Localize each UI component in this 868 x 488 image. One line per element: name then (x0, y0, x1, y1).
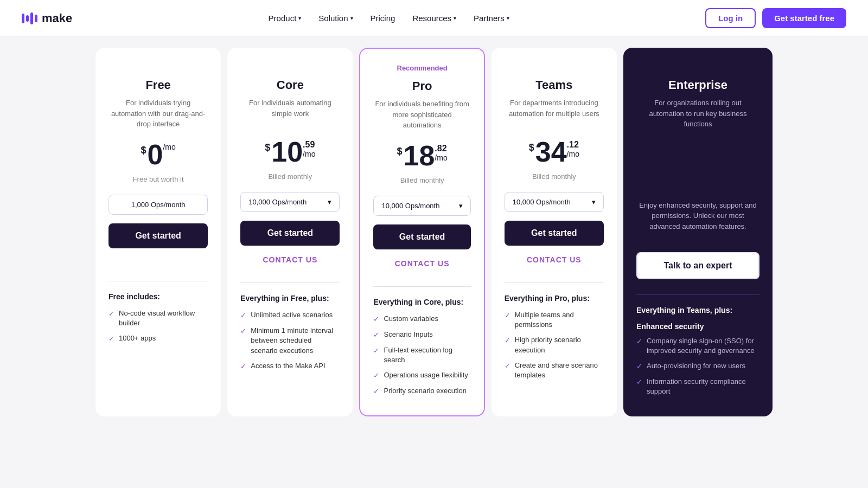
chevron-down-icon: ▾ (328, 198, 331, 206)
features-title: Everything in Teams, plus: (636, 306, 760, 314)
divider (240, 282, 340, 283)
divider (505, 282, 604, 283)
feature-item: ✓ Multiple teams and permissions (505, 310, 604, 330)
feature-text: Scenario Inputs (384, 330, 432, 339)
logo-text: make (42, 11, 72, 25)
plan-desc: For individuals trying automation with o… (108, 98, 208, 130)
ops-selector[interactable]: 10,000 Ops/month ▾ (373, 196, 470, 216)
nav-item-solution[interactable]: Solution ▾ (318, 14, 353, 23)
plan-desc: For organizations rolling out automation… (636, 98, 760, 130)
feature-text: High priority scenario execution (515, 335, 604, 355)
feature-text: Company single sign-on (SSO) for improve… (647, 336, 760, 356)
plan-card-enterprise: Enterprise For organizations rolling out… (623, 48, 773, 416)
check-icon: ✓ (373, 371, 379, 381)
divider (373, 286, 470, 287)
feature-item: ✓ 1000+ apps (108, 333, 208, 344)
price-note: Billed monthly (240, 172, 340, 183)
get-started-button[interactable]: Get started (240, 221, 340, 246)
talk-to-expert-button[interactable]: Talk to an expert (636, 252, 760, 279)
feature-text: Full-text execution log search (384, 345, 470, 365)
ops-label: 10,000 Ops/month (381, 202, 439, 210)
feature-item: ✓ Unlimited active scenarios (240, 310, 340, 320)
features-title: Everything in Core, plus: (373, 298, 470, 306)
feature-text: Create and share scenario templates (515, 361, 604, 380)
get-started-button[interactable]: Get started (108, 223, 208, 248)
get-started-button[interactable]: Get started (373, 224, 470, 249)
recommended-badge (108, 63, 208, 74)
features-title: Everything in Pro, plus: (505, 294, 604, 303)
chevron-down-icon: ▾ (350, 15, 353, 21)
feature-item: ✓ Scenario Inputs (373, 330, 470, 340)
feature-text: Auto-provisioning for new users (647, 361, 745, 371)
nav-item-resources[interactable]: Resources ▾ (412, 14, 456, 23)
feature-group-title: Enhanced security (636, 322, 760, 331)
price-decimal-mo: .12 /mo (567, 140, 579, 158)
plan-card-core: Core For individuals automating simple w… (227, 48, 353, 416)
price-row: $ 18 .82 /mo (373, 142, 470, 174)
contact-us-button[interactable]: CONTACT US (505, 252, 604, 267)
feature-item: ✓ No-code visual workflow builder (108, 309, 208, 328)
check-icon: ✓ (240, 362, 246, 371)
plan-card-free: Free For individuals trying automation w… (95, 48, 221, 416)
plan-name: Enterprise (636, 78, 760, 92)
price-note: Billed monthly (373, 176, 470, 187)
ops-selector[interactable]: 10,000 Ops/month ▾ (240, 192, 340, 212)
feature-text: Unlimited active scenarios (251, 310, 333, 320)
recommended-badge (636, 63, 760, 74)
feature-item: ✓ Full-text execution log search (373, 345, 470, 365)
feature-text: Custom variables (384, 314, 438, 324)
divider (636, 294, 760, 295)
contact-us-button[interactable]: CONTACT US (373, 256, 470, 271)
nav-actions: Log in Get started free (705, 8, 846, 28)
feature-item: ✓ Custom variables (373, 314, 470, 324)
contact-us-button[interactable]: CONTACT US (240, 252, 340, 267)
get-started-button[interactable]: Get started (505, 221, 604, 246)
recommended-badge (240, 63, 340, 74)
price-mo: /mo (567, 150, 579, 158)
feature-item: ✓ Create and share scenario templates (505, 361, 604, 380)
price-main: 18 (404, 142, 435, 170)
chevron-down-icon: ▾ (454, 15, 456, 21)
price-decimal-mo: .82 /mo (435, 144, 447, 162)
nav-item-partners[interactable]: Partners ▾ (474, 14, 509, 23)
feature-item: ✓ High priority scenario execution (505, 335, 604, 355)
ops-selector: 1,000 Ops/month (108, 195, 208, 215)
price-row: $ 10 .59 /mo (240, 138, 340, 170)
features-section: Everything in Core, plus: ✓ Custom varia… (373, 298, 470, 402)
logo[interactable]: make (22, 11, 72, 25)
nav-item-product[interactable]: Product ▾ (269, 14, 302, 23)
pricing-grid: Free For individuals trying automation w… (92, 48, 776, 416)
check-icon: ✓ (373, 314, 379, 324)
check-icon: ✓ (636, 362, 642, 371)
check-icon: ✓ (108, 309, 114, 319)
price-note: Free but worth it (108, 175, 208, 186)
price-mo: /mo (435, 153, 447, 162)
ops-selector[interactable]: 10,000 Ops/month ▾ (505, 192, 604, 212)
features-section: Everything in Teams, plus: Enhanced secu… (636, 306, 760, 402)
check-icon: ✓ (505, 311, 510, 320)
chevron-down-icon: ▾ (507, 15, 509, 21)
divider (108, 281, 208, 281)
enterprise-desc2: Enjoy enhanced security, support and per… (636, 200, 760, 239)
nav-links: Product ▾ Solution ▾ Pricing Resources ▾… (269, 14, 509, 23)
feature-text: Information security compliance support (647, 377, 760, 396)
main-content: Free For individuals trying automation w… (0, 37, 868, 438)
features-title: Free includes: (108, 292, 208, 301)
navbar: make Product ▾ Solution ▾ Pricing Resour… (0, 0, 868, 37)
plan-card-pro: Recommended Pro For individuals benefiti… (359, 48, 484, 416)
check-icon: ✓ (240, 311, 246, 320)
get-started-free-button[interactable]: Get started free (762, 8, 846, 28)
check-icon: ✓ (373, 346, 379, 356)
price-decimal: .82 (435, 144, 447, 153)
nav-item-pricing[interactable]: Pricing (371, 14, 395, 23)
feature-text: Access to the Make API (251, 361, 325, 371)
price-mo: /mo (303, 150, 315, 158)
chevron-down-icon: ▾ (459, 202, 463, 210)
recommended-badge: Recommended (373, 64, 470, 75)
plan-name: Teams (505, 78, 604, 92)
feature-item: ✓ Operations usage flexibility (373, 370, 470, 381)
login-button[interactable]: Log in (705, 8, 756, 28)
price-dollar: $ (529, 142, 534, 153)
ops-label: 10,000 Ops/month (513, 198, 571, 206)
feature-item: ✓ Company single sign-on (SSO) for impro… (636, 336, 760, 356)
